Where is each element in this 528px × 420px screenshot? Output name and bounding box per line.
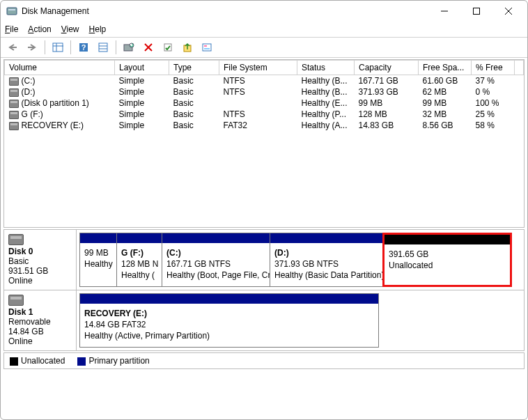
cell-fs: NTFS: [219, 75, 297, 87]
unallocated-space[interactable]: 391.65 GBUnallocated: [382, 233, 512, 287]
volume-icon: [9, 111, 19, 119]
cell-free: 61.60 GB: [419, 75, 472, 87]
toolbar-btn-5[interactable]: [178, 39, 196, 56]
cell-capacity: 128 MB: [355, 109, 419, 120]
disk-info[interactable]: Disk 0 Basic 931.51 GB Online: [4, 230, 77, 290]
volume-name: (C:): [22, 76, 36, 86]
partition[interactable]: 99 MBHealthy: [79, 233, 117, 287]
window-title: Disk Management: [22, 6, 89, 16]
maximize-button[interactable]: [460, 1, 492, 22]
partition-text: G (F:)128 MB NHealthy (: [117, 243, 162, 286]
cell-status: Healthy (A...: [297, 120, 355, 131]
minimize-button[interactable]: [428, 1, 460, 22]
show-hide-tree-button[interactable]: [49, 39, 67, 56]
cell-free: 99 MB: [419, 98, 472, 109]
col-pfree[interactable]: % Free: [472, 61, 515, 75]
cell-capacity: 371.93 GB: [355, 86, 419, 98]
disk-row: Disk 1 Removable 14.84 GB Online RECOVER…: [4, 290, 524, 350]
disk-state: Online: [8, 336, 33, 346]
partition-text: (D:)371.93 GB NTFSHealthy (Basic Data Pa…: [270, 243, 383, 286]
col-spare[interactable]: [515, 61, 524, 75]
svg-rect-8: [53, 43, 63, 52]
cell-fs: NTFS: [219, 109, 297, 120]
delete-button[interactable]: [139, 39, 157, 56]
primary-stripe: [270, 233, 383, 243]
cell-pfree: 25 %: [472, 109, 515, 120]
table-row[interactable]: G (F:)SimpleBasicNTFSHealthy (P...128 MB…: [5, 109, 524, 120]
cell-pfree: 37 %: [472, 75, 515, 87]
forward-button[interactable]: [23, 39, 41, 56]
volume-table: Volume Layout Type File System Status Ca…: [4, 60, 524, 131]
toolbar-btn-6[interactable]: [198, 39, 216, 56]
properties-button[interactable]: [159, 39, 177, 56]
partition-container: RECOVERY (E:)14.84 GB FAT32Healthy (Acti…: [77, 290, 524, 350]
table-row[interactable]: (D:)SimpleBasicNTFSHealthy (B...371.93 G…: [5, 86, 524, 98]
cell-free: 32 MB: [419, 109, 472, 120]
col-filesystem[interactable]: File System: [219, 61, 297, 75]
partition[interactable]: (D:)371.93 GB NTFSHealthy (Basic Data Pa…: [270, 233, 384, 287]
disk-graphical-pane: Disk 0 Basic 931.51 GB Online 99 MBHealt…: [3, 229, 525, 351]
cell-status: Healthy (E...: [297, 98, 355, 109]
table-row[interactable]: RECOVERY (E:)SimpleBasicFAT32Healthy (A.…: [5, 120, 524, 131]
svg-rect-24: [204, 48, 210, 49]
partition-container: 99 MBHealthy G (F:)128 MB NHealthy ( (C:…: [77, 230, 524, 290]
cell-type: Basic: [169, 120, 219, 131]
volume-list-pane[interactable]: Volume Layout Type File System Status Ca…: [3, 59, 525, 228]
cell-fs: NTFS: [219, 86, 297, 98]
menubar: File Action View Help: [1, 22, 527, 37]
partition[interactable]: G (F:)128 MB NHealthy (: [116, 233, 162, 287]
volume-icon: [9, 88, 19, 97]
close-button[interactable]: [492, 1, 525, 22]
disk-size: 14.84 GB: [8, 327, 44, 336]
cell-fs: FAT32: [219, 120, 297, 131]
table-row[interactable]: (Disk 0 partition 1)SimpleBasicHealthy (…: [5, 98, 524, 109]
legend-unallocated: Unallocated: [10, 356, 65, 366]
app-icon: [6, 6, 17, 17]
col-volume[interactable]: Volume: [5, 61, 115, 75]
settings-button[interactable]: [94, 39, 112, 56]
partition[interactable]: RECOVERY (E:)14.84 GB FAT32Healthy (Acti…: [79, 293, 379, 348]
partition[interactable]: (C:)167.71 GB NTFSHealthy (Boot, Page Fi…: [162, 233, 270, 287]
disk-label: Disk 0: [8, 247, 33, 256]
menu-view[interactable]: View: [61, 24, 79, 34]
menu-help[interactable]: Help: [89, 24, 107, 34]
svg-rect-3: [474, 8, 480, 15]
cell-pfree: 58 %: [472, 120, 515, 131]
col-free[interactable]: Free Spa...: [419, 61, 472, 75]
cell-layout: Simple: [115, 75, 169, 87]
volume-icon: [9, 77, 19, 86]
disk-type: Removable: [8, 317, 51, 327]
volume-name: (Disk 0 partition 1): [22, 98, 89, 108]
svg-rect-13: [99, 43, 107, 52]
unallocated-swatch: [10, 357, 18, 366]
menu-file[interactable]: File: [5, 24, 18, 34]
col-type[interactable]: Type: [169, 61, 219, 75]
col-capacity[interactable]: Capacity: [355, 61, 419, 75]
partition-text: (C:)167.71 GB NTFSHealthy (Boot, Page Fi…: [162, 243, 270, 286]
help-button[interactable]: ?: [75, 39, 93, 56]
cell-layout: Simple: [115, 98, 169, 109]
table-row[interactable]: (C:)SimpleBasicNTFSHealthy (B...167.71 G…: [5, 75, 524, 87]
volume-name: (D:): [22, 87, 36, 97]
svg-rect-23: [204, 45, 207, 47]
back-button[interactable]: [3, 39, 22, 56]
refresh-button[interactable]: [120, 39, 138, 56]
menu-action[interactable]: Action: [28, 24, 51, 34]
cell-capacity: 99 MB: [355, 98, 419, 109]
cell-capacity: 14.83 GB: [355, 120, 419, 131]
cell-layout: Simple: [115, 86, 169, 98]
disk-type: Basic: [8, 256, 29, 266]
cell-fs: [219, 98, 297, 109]
disk-icon: [8, 234, 24, 245]
disk-management-window: Disk Management File Action View Help ?: [0, 0, 528, 420]
col-layout[interactable]: Layout: [115, 61, 169, 75]
primary-swatch: [77, 357, 86, 366]
primary-stripe: [117, 233, 162, 243]
disk-icon: [8, 295, 24, 306]
svg-rect-0: [7, 8, 17, 15]
cell-free: 8.56 GB: [419, 120, 472, 131]
volume-icon: [9, 100, 19, 108]
svg-rect-20: [164, 44, 171, 51]
disk-info[interactable]: Disk 1 Removable 14.84 GB Online: [4, 290, 77, 350]
col-status[interactable]: Status: [297, 61, 355, 75]
